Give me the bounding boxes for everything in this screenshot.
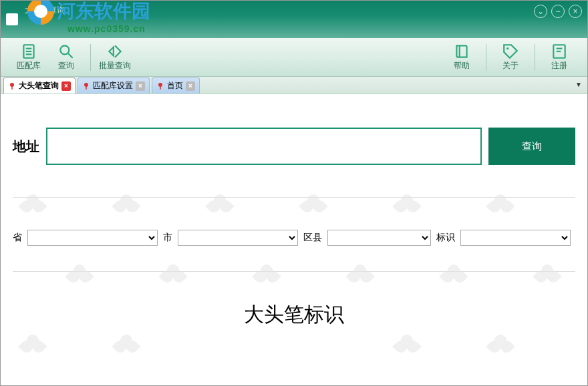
query-button[interactable]: 查询	[47, 43, 85, 71]
province-select[interactable]	[27, 230, 158, 246]
batch-query-label: 批量查询	[99, 60, 131, 71]
register-button[interactable]: 注册	[541, 43, 578, 71]
match-db-label: 匹配库	[17, 60, 41, 71]
tab-match-settings[interactable]: 匹配库设置 ×	[78, 77, 150, 93]
app-icon	[6, 13, 18, 25]
separator	[90, 44, 91, 71]
window-title: 大头笔查询	[25, 5, 65, 16]
tag-icon	[502, 43, 519, 60]
search-icon	[57, 43, 75, 60]
tab-close-icon[interactable]: ×	[136, 81, 145, 91]
book-icon	[453, 43, 470, 60]
divider	[13, 197, 575, 198]
pin-icon	[156, 82, 164, 90]
svg-point-4	[60, 45, 69, 54]
help-button[interactable]: 帮助	[443, 43, 480, 71]
batch-query-button[interactable]: 批量查询	[96, 43, 134, 71]
query-label: 查询	[58, 60, 74, 71]
tab-close-icon[interactable]: ×	[186, 81, 195, 91]
dropdown-button[interactable]: ⌄	[534, 5, 547, 18]
address-search-row: 地址 查询	[1, 94, 587, 185]
register-label: 注册	[551, 60, 567, 71]
filter-row: 省 市 区县 标识	[1, 210, 587, 259]
separator	[486, 44, 486, 71]
content-area: 地址 查询 省 市 区县 标识 大头笔标识	[1, 94, 587, 386]
help-label: 帮助	[454, 60, 470, 71]
city-label: 市	[163, 232, 172, 244]
tab-overflow-button[interactable]: ▼	[575, 81, 582, 88]
register-icon	[551, 43, 568, 60]
pin-icon	[82, 82, 90, 90]
close-button[interactable]: ×	[569, 5, 582, 18]
pin-icon	[8, 82, 16, 90]
district-label: 区县	[303, 232, 322, 244]
about-button[interactable]: 关于	[492, 43, 529, 71]
city-select[interactable]	[178, 230, 298, 246]
toolbar: 匹配库 查询 批量查询 帮助 关于 注册	[1, 38, 587, 77]
address-label: 地址	[13, 138, 39, 156]
tab-query[interactable]: 大头笔查询 ×	[3, 77, 76, 93]
tag-select[interactable]	[460, 230, 571, 246]
province-label: 省	[13, 232, 22, 244]
about-label: 关于	[502, 60, 519, 71]
search-button[interactable]: 查询	[488, 128, 575, 165]
tab-label: 大头笔查询	[19, 80, 59, 91]
separator	[535, 44, 535, 71]
window-controls: ⌄ − ×	[534, 5, 582, 18]
batch-icon	[106, 43, 124, 60]
svg-line-5	[68, 53, 73, 58]
svg-point-7	[506, 47, 508, 49]
document-icon	[20, 43, 37, 60]
tab-home[interactable]: 首页 ×	[152, 77, 200, 93]
result-heading: 大头笔标识	[1, 301, 587, 329]
divider	[13, 271, 575, 272]
tabbar: 大头笔查询 × 匹配库设置 × 首页 × ▼	[1, 77, 587, 94]
match-db-button[interactable]: 匹配库	[10, 43, 47, 71]
tab-label: 首页	[167, 80, 183, 91]
tab-close-icon[interactable]: ×	[61, 81, 71, 91]
tag-label: 标识	[436, 232, 455, 244]
minimize-button[interactable]: −	[551, 5, 565, 18]
titlebar: 大头笔查询 ⌄ − ×	[1, 1, 587, 38]
address-input[interactable]	[46, 128, 482, 165]
district-select[interactable]	[327, 230, 431, 246]
tab-label: 匹配库设置	[93, 80, 133, 91]
